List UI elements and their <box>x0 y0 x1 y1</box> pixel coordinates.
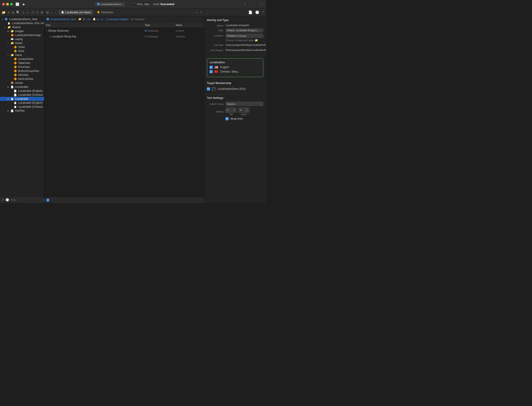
breadcrumb-item-localizable[interactable]: Lo...le <box>97 18 103 21</box>
minimize-button[interactable] <box>6 3 9 6</box>
type-dropdown[interactable]: Default - Localizable Strings D... ⌄ <box>226 29 263 32</box>
folder-icon: 📁 <box>11 30 14 33</box>
grid-icon[interactable]: ⊞ <box>41 11 43 14</box>
folder-icon[interactable]: 📁 <box>2 11 6 14</box>
app-tab[interactable]: 🅐 LocalizationDemo... <box>95 2 126 7</box>
project-icon: 🅐 <box>5 18 8 21</box>
traffic-lights <box>2 3 13 6</box>
breadcrumb-item-project[interactable]: LocalizationDemo_Start <box>50 18 76 21</box>
tree-item-model[interactable]: ▾ 📁 Model <box>0 41 44 45</box>
breadcrumb-item-shared[interactable]: Sh...ed <box>82 18 90 21</box>
tab-label: Localizable (zh-Hans) <box>65 11 91 14</box>
indent-using-label: Indent Using <box>207 103 225 105</box>
status-indicator <box>46 199 49 202</box>
tree-label: Views <box>15 53 22 57</box>
type-badge-icon: ◎ <box>145 35 147 38</box>
tab-number-input[interactable]: 4 ▲ ▼ <box>226 108 236 113</box>
tree-item-order[interactable]: 🔶 Order <box>0 45 44 49</box>
run-button[interactable]: ▶ <box>22 2 26 7</box>
tree-item-localizable-dict-en[interactable]: 📋 Localizable (English) <box>0 101 44 105</box>
expand-icon[interactable]: ⤢ <box>200 11 202 14</box>
tab-label: Tab <box>229 113 233 116</box>
tree-item-infoplist[interactable]: ▶ 📄 InfoPlist <box>0 109 44 113</box>
tree-item-demoapp[interactable]: 🔶 LocalizationDemoApp <box>0 33 44 37</box>
location-dropdown[interactable]: Relative to Group ⌄ <box>226 34 263 38</box>
indent-width-col: 4 ▲ ▼ Indent <box>238 108 249 116</box>
tree-item-localizable-zh[interactable]: 📄 Localizable (Chinese, Simplified) <box>0 93 44 97</box>
tree-item-info[interactable]: 📋 LocalizationDemo--iOS--Info <box>0 21 44 25</box>
target-label: LocalizationDemo (iOS) <box>218 87 246 90</box>
tree-item-assets[interactable]: 📦 Assets <box>0 81 44 85</box>
device-tab[interactable]: 📱 iPho...Max <box>131 2 151 7</box>
maximize-button[interactable] <box>10 3 13 6</box>
layout-toggle[interactable]: ⬚ <box>259 2 264 7</box>
tree-item-localizable-en[interactable]: 📄 Localizable (English) <box>0 89 44 93</box>
diamond-icon[interactable]: ◇ <box>26 11 29 14</box>
tree-item-contentview[interactable]: 🔶 ContentView <box>0 57 44 61</box>
tree-item-localizable-dict-zh[interactable]: 📋 Localizable (Chinese, Simplified) <box>0 105 44 109</box>
localization-item-english: ✓ 🇺🇸 English <box>210 66 261 69</box>
grid-view-icon[interactable]: ⊞ <box>46 10 49 14</box>
sidebar-toggle[interactable]: ⬜ <box>15 2 20 7</box>
forward-button[interactable]: › <box>54 10 57 14</box>
file-inspector-icon[interactable]: 📄 <box>248 10 252 14</box>
tree-item-localizable-group[interactable]: ▶ 📄 Localizable <box>0 85 44 89</box>
tab-separator: │ <box>127 3 129 6</box>
target-checkbox[interactable]: ✓ <box>207 87 210 90</box>
add-tab-button[interactable]: + <box>243 2 247 7</box>
wrap-checkbox[interactable]: ✓ <box>226 117 229 120</box>
tab-tableview[interactable]: 🔶 TableView <box>94 10 116 15</box>
help-inspector-icon[interactable]: ? <box>262 10 264 14</box>
back-button[interactable]: ‹ <box>50 10 53 14</box>
tree-label: Drink <box>18 50 24 53</box>
folder-icon: 📁 <box>11 53 14 57</box>
table-row-strings-dict[interactable]: ▾ Strings Dictionary ◉ Dictionary (1 ite… <box>44 28 204 34</box>
tree-item-localizable-selected[interactable]: ▾ 📋 Localizable <box>0 97 44 101</box>
chevron-icon: ▶ <box>7 110 11 112</box>
tab-localizable[interactable]: 📋 Localizable (zh-Hans) <box>59 10 93 15</box>
tree-item-shared[interactable]: ▾ 📁 Shared <box>0 25 44 29</box>
tree-item-images[interactable]: ▶ 📁 Images <box>0 29 44 33</box>
add-tab-button[interactable]: + <box>195 10 199 14</box>
swift-icon: 🔶 <box>14 77 17 80</box>
sidebar-footer: + 🕐 ⊞ <box>0 196 44 203</box>
chinese-checkbox[interactable]: ✓ <box>210 70 213 73</box>
warning-icon[interactable]: ✕ <box>7 11 10 14</box>
indent-using-dropdown[interactable]: Spaces ⌄ <box>226 102 263 106</box>
chevron-icon: ▾ <box>7 42 11 44</box>
tree-item-priceview[interactable]: 🔶 PriceView <box>0 65 44 69</box>
filter-input[interactable] <box>11 199 41 201</box>
alert-icon[interactable]: ⚠ <box>22 11 25 14</box>
tree-item-drink[interactable]: 🔶 Drink <box>0 49 44 53</box>
tree-label: Shared <box>12 26 21 29</box>
swift-icon: 🔶 <box>11 34 14 37</box>
folder-breadcrumb-icon: 📁 <box>78 18 81 21</box>
memo-icon[interactable]: 🗒 <box>36 11 39 14</box>
target-membership-section: Target Membership ✓ 📱 LocalizationDemo (… <box>204 79 266 94</box>
tree-item-views[interactable]: ▾ 📁 Views <box>0 53 44 57</box>
tree-item-buttongroupview[interactable]: 🔶 ButtonGroupView <box>0 69 44 73</box>
add-file-button[interactable]: + <box>2 198 4 202</box>
build-status: Build Succeeded <box>153 3 174 6</box>
tree-item-itemlistview[interactable]: 🔶 ItemListView <box>0 77 44 81</box>
indent-value: 4 <box>240 109 241 111</box>
breadcrumb-item-localizable-en[interactable]: Localizable (English) <box>106 18 129 21</box>
english-checkbox[interactable]: ✓ <box>210 66 213 69</box>
indent-number-input[interactable]: 4 ▲ ▼ <box>238 108 249 113</box>
history-inspector-icon[interactable]: 🕐 <box>255 10 259 14</box>
identity-type-section: Identity and Type Name Localizable.strin… <box>204 16 266 56</box>
tree-label: PriceView <box>18 65 30 69</box>
hierarchy-icon[interactable]: ⊞ <box>12 11 14 14</box>
git-icon[interactable]: ⎇ <box>30 11 34 14</box>
search-icon[interactable]: 🔍 <box>16 11 20 14</box>
table-row-localized-key[interactable]: ▶ Localized String Key ◎ Dictionary (2 i… <box>44 34 204 39</box>
tree-item-tableview[interactable]: 🔶 TableView <box>0 61 44 65</box>
tree-label: Model <box>15 42 22 45</box>
strings-group-icon: 📄 <box>11 86 14 88</box>
tree-item-saying[interactable]: 📖 saying <box>0 37 44 41</box>
tree-item-infoview[interactable]: 🔶 InfoView <box>0 73 44 77</box>
close-button[interactable] <box>2 3 5 6</box>
tree-item-root[interactable]: ▾ 🅐 LocalizationDemo_Start <box>0 17 44 21</box>
folder-icon: 📁 <box>11 42 14 45</box>
tab-value: 4 <box>227 109 228 111</box>
